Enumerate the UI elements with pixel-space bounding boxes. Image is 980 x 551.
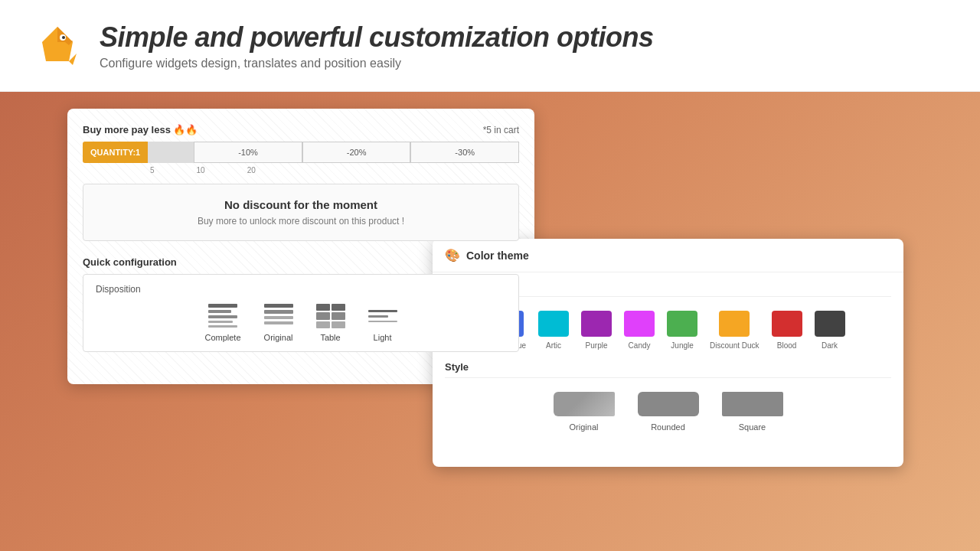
style-section-label: Style xyxy=(445,361,891,378)
quantity-label: QUANTITY:1 xyxy=(83,142,148,163)
original-label: Original xyxy=(264,333,293,342)
buy-more-label: Buy more pay less 🔥🔥 xyxy=(83,124,198,135)
no-discount-subtitle: Buy more to unlock more discount on this… xyxy=(99,216,503,227)
complete-label: Complete xyxy=(204,333,240,342)
segment-20: -20% xyxy=(302,142,411,163)
dark-label: Dark xyxy=(822,341,838,350)
square-style-label: Square xyxy=(739,422,766,432)
table-label: Table xyxy=(320,333,340,342)
no-discount-title: No discount for the moment xyxy=(99,198,503,211)
disposition-original[interactable]: Original xyxy=(264,304,293,342)
quick-config-title: Quick configuration xyxy=(83,256,519,268)
disposition-light[interactable]: Light xyxy=(368,304,397,342)
rounded-style-swatch xyxy=(638,392,699,416)
purple-swatch xyxy=(581,311,612,337)
style-square[interactable]: Square xyxy=(722,392,783,432)
bar-num-20: 20 xyxy=(247,166,256,174)
style-rounded[interactable]: Rounded xyxy=(638,392,699,432)
complete-icon xyxy=(208,304,237,328)
dark-swatch xyxy=(815,311,845,337)
color-blood[interactable]: Blood xyxy=(772,311,802,350)
svg-marker-1 xyxy=(57,27,73,42)
header-text: Simple and powerful customization option… xyxy=(100,21,654,70)
color-artic[interactable]: Artic xyxy=(538,311,569,350)
blood-swatch xyxy=(772,311,802,337)
light-icon xyxy=(368,304,397,328)
svg-point-4 xyxy=(62,36,65,39)
blood-label: Blood xyxy=(777,341,797,350)
logo xyxy=(31,19,84,73)
no-discount-box: No discount for the moment Buy more to u… xyxy=(83,184,519,241)
color-jungle[interactable]: Jungle xyxy=(667,311,697,350)
quantity-bar: QUANTITY:1 -10% -20% -30% xyxy=(83,142,519,163)
segment-10: -10% xyxy=(194,142,302,163)
style-options: Original Rounded Square xyxy=(445,386,891,436)
color-dark[interactable]: Dark xyxy=(815,311,845,350)
color-candy[interactable]: Candy xyxy=(624,311,655,350)
disposition-label: Disposition xyxy=(96,284,506,295)
bar-num-10: 10 xyxy=(197,166,205,174)
light-label: Light xyxy=(374,333,392,342)
jungle-swatch xyxy=(667,311,697,337)
quick-config-section: Quick configuration Disposition xyxy=(83,256,519,352)
original-style-label: Original xyxy=(570,422,599,432)
color-purple[interactable]: Purple xyxy=(581,311,612,350)
cart-info: *5 in cart xyxy=(483,125,519,135)
discount-duck-label: Discount Duck xyxy=(710,341,759,350)
artic-label: Artic xyxy=(546,341,561,350)
style-original[interactable]: Original xyxy=(554,392,615,432)
bar-numbers: 5 10 20 xyxy=(144,166,519,174)
quantity-filled-bar xyxy=(148,142,194,163)
color-discount-duck[interactable]: Discount Duck xyxy=(710,311,759,350)
jungle-label: Jungle xyxy=(671,341,693,350)
discount-widget: Buy more pay less 🔥🔥 *5 in cart QUANTITY… xyxy=(83,124,519,241)
disposition-options: Complete Original xyxy=(96,304,506,342)
disposition-table[interactable]: Table xyxy=(316,304,345,342)
page-title: Simple and powerful customization option… xyxy=(100,21,654,54)
candy-swatch xyxy=(624,311,655,337)
header: Simple and powerful customization option… xyxy=(0,0,980,92)
discount-duck-swatch xyxy=(719,311,750,337)
original-style-swatch xyxy=(554,392,615,416)
disposition-complete[interactable]: Complete xyxy=(204,304,240,342)
segment-30: -30% xyxy=(410,142,519,163)
bar-num-5: 5 xyxy=(150,166,155,174)
page-subtitle: Configure widgets design, translates and… xyxy=(100,57,654,70)
table-icon xyxy=(316,304,345,328)
rounded-style-label: Rounded xyxy=(651,422,685,432)
purple-label: Purple xyxy=(586,341,608,350)
original-icon xyxy=(264,304,293,328)
candy-label: Candy xyxy=(629,341,651,350)
artic-swatch xyxy=(538,311,569,337)
square-style-swatch xyxy=(722,392,783,416)
main-area: Buy more pay less 🔥🔥 *5 in cart QUANTITY… xyxy=(0,92,980,551)
disposition-panel: Disposition Complete xyxy=(83,274,519,352)
